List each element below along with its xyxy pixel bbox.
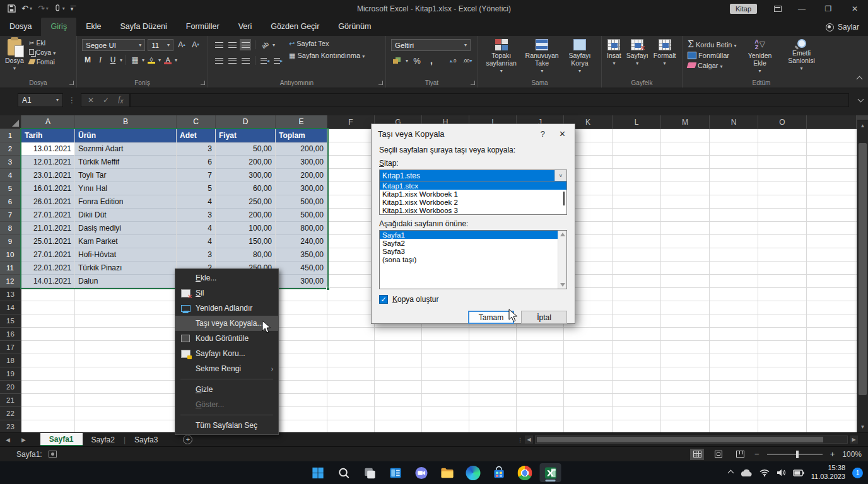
align-middle-icon[interactable]	[226, 39, 238, 50]
create-copy-checkbox[interactable]: ✓	[379, 295, 388, 304]
table-cell[interactable]: 4	[177, 222, 216, 235]
align-center-icon[interactable]	[226, 55, 238, 66]
column-header-B[interactable]: B	[75, 115, 177, 129]
align-right-icon[interactable]	[240, 55, 251, 66]
table-header-cell[interactable]: Fiyat	[216, 129, 276, 142]
row-header-11[interactable]: 11	[0, 262, 21, 275]
scroll-down-icon[interactable]: ▼	[857, 422, 868, 432]
comma-icon[interactable]: ,	[426, 55, 437, 66]
column-header-M[interactable]: M	[661, 115, 710, 129]
normal-view-icon[interactable]	[690, 449, 704, 460]
font-dialog-launcher[interactable]	[201, 81, 205, 85]
menu-item-ekle-[interactable]: Ekle...	[175, 270, 278, 285]
table-cell[interactable]: Türkik Pinazı	[75, 262, 177, 275]
column-header-A[interactable]: A	[21, 115, 75, 129]
fill-button[interactable]: Fonmüllar	[688, 52, 737, 59]
row-header-3[interactable]: 3	[0, 156, 21, 169]
table-cell[interactable]: Dikii Düt	[75, 209, 177, 222]
borders-icon[interactable]: ▦	[129, 54, 141, 66]
menu-item-yeniden-adlandır[interactable]: Yeniden Adlandır	[175, 301, 278, 316]
percent-icon[interactable]: %	[411, 55, 423, 66]
underline-button[interactable]: U	[107, 54, 119, 66]
table-cell[interactable]: 4	[177, 235, 216, 248]
battery-icon[interactable]	[793, 470, 804, 476]
tray-chevron-icon[interactable]	[729, 470, 733, 476]
table-header-cell[interactable]: Toplam	[276, 129, 327, 142]
copy-button[interactable]: Coya ▾	[29, 49, 56, 56]
sheet-option[interactable]: (sona taşı)	[380, 255, 566, 263]
outlook-icon[interactable]	[385, 463, 406, 482]
zoom-slider-thumb[interactable]	[796, 451, 799, 458]
currency-icon[interactable]	[391, 55, 402, 66]
horizontal-scrollbar[interactable]: ⋮ ◀ ▶	[517, 435, 858, 444]
table-cell[interactable]: 26.01.2021	[21, 195, 75, 209]
insert-function-icon[interactable]: fx	[118, 95, 123, 105]
horizontal-scroll-thumb[interactable]	[537, 437, 823, 442]
book-combobox[interactable]: Kıtap1.stes ˅	[379, 170, 567, 182]
new-sheet-icon[interactable]: +	[183, 435, 192, 444]
table-cell[interactable]: 23.01.2021	[21, 169, 75, 182]
orientation-icon[interactable]: ab	[257, 37, 273, 52]
cut-button[interactable]: ✂ Ekl	[29, 39, 56, 47]
vertical-scrollbar[interactable]: ▲ ▼	[857, 115, 868, 432]
book-option[interactable]: Kitap1.xisx Workboos 3	[380, 206, 566, 214]
decrease-font-icon[interactable]: A▾	[190, 39, 201, 50]
row-header-8[interactable]: 8	[0, 222, 21, 235]
number-format-combo[interactable]: Geltiri▾	[391, 39, 471, 51]
customize-qat-icon[interactable]: ▾—	[71, 6, 81, 12]
cell-styles-button[interactable]: Sayfayı Korya▾	[565, 39, 595, 78]
table-cell[interactable]: 50,00	[216, 142, 276, 156]
listbox-scrollbar[interactable]	[558, 231, 566, 289]
file-explorer-icon[interactable]	[437, 463, 458, 482]
row-header-7[interactable]: 7	[0, 209, 21, 222]
book-dropdown-list[interactable]: Kıtap1.stcxKitap1.xisx Workboek 1Kitap1.…	[379, 182, 567, 215]
table-cell[interactable]: Toylı Tar	[75, 169, 177, 182]
tab-veri[interactable]: Veri	[229, 18, 262, 36]
row-header-1[interactable]: 1	[0, 129, 21, 142]
row-header-22[interactable]: 22	[0, 407, 21, 420]
table-cell[interactable]: 500,00	[276, 209, 327, 222]
align-top-icon[interactable]	[213, 39, 225, 50]
table-cell[interactable]: Fonra Edition	[75, 195, 177, 209]
listbox-scroll-up-icon[interactable]	[560, 233, 565, 236]
volume-icon[interactable]	[777, 469, 786, 476]
vertical-scroll-thumb[interactable]	[859, 143, 867, 395]
table-cell[interactable]: 6	[177, 156, 216, 169]
excel-icon[interactable]	[540, 463, 561, 482]
menu-item-sil[interactable]: Sil	[175, 285, 278, 301]
chrome-icon[interactable]	[514, 463, 536, 482]
table-cell[interactable]: 7	[177, 169, 216, 182]
row-header-6[interactable]: 6	[0, 195, 21, 209]
table-cell[interactable]: 22.01.2021	[21, 262, 75, 275]
maximize-button[interactable]: ❐	[815, 0, 842, 17]
onedrive-icon[interactable]	[740, 469, 753, 477]
zoom-slider[interactable]	[767, 454, 823, 455]
table-cell[interactable]: 3	[177, 248, 216, 262]
align-left-icon[interactable]	[213, 55, 225, 66]
row-header-23[interactable]: 23	[0, 420, 21, 432]
dialog-close-icon[interactable]: ✕	[559, 129, 566, 139]
row-header-10[interactable]: 10	[0, 248, 21, 262]
format-cells-button[interactable]: Formalt▾	[654, 39, 676, 78]
decrease-decimal-icon[interactable]: .00▾	[462, 55, 473, 66]
zoom-out-icon[interactable]: −	[754, 449, 760, 459]
table-cell[interactable]: 200,00	[216, 209, 276, 222]
table-cell[interactable]: 800,00	[276, 222, 327, 235]
redo-icon[interactable]: ↷▾	[38, 4, 49, 13]
name-box[interactable]: A1▾	[18, 93, 63, 107]
sheet-option[interactable]: Sayfa1	[380, 231, 566, 239]
table-cell[interactable]: 300,00	[276, 275, 327, 288]
table-cell[interactable]: 300,00	[276, 182, 327, 195]
table-cell[interactable]: 3	[177, 209, 216, 222]
confirm-entry-icon[interactable]: ✓	[103, 96, 109, 105]
edge-icon[interactable]	[462, 463, 484, 482]
store-icon[interactable]	[488, 463, 510, 482]
menu-item-göster-[interactable]: Göster...	[175, 397, 278, 412]
fill-color-icon[interactable]: ◊	[146, 54, 157, 66]
table-cell[interactable]: 300,00	[216, 169, 276, 182]
table-header-cell[interactable]: Adet	[177, 129, 216, 142]
italic-button[interactable]: I	[95, 54, 106, 66]
sheet-option[interactable]: Sayfa2	[380, 239, 566, 247]
increase-indent-icon[interactable]: ▸	[273, 55, 284, 66]
table-cell[interactable]: 4	[177, 195, 216, 209]
